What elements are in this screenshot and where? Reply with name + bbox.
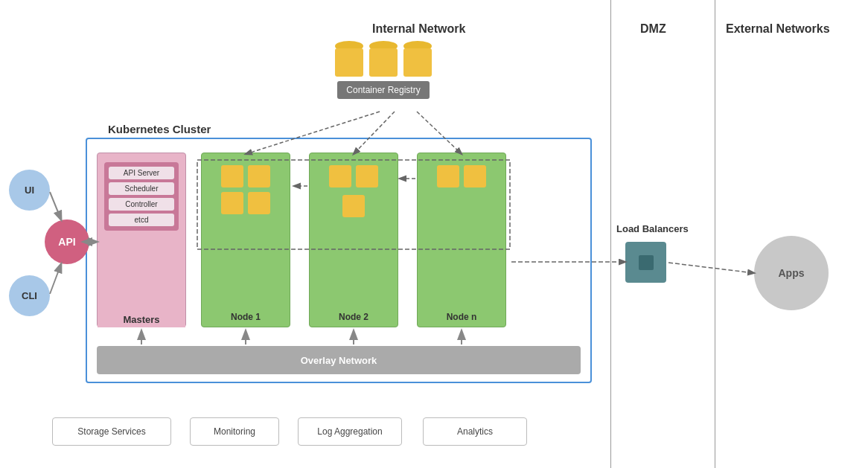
- ui-circle: UI: [9, 170, 50, 211]
- cli-circle: CLI: [9, 275, 50, 316]
- pod-2-3: [342, 195, 365, 217]
- masters-label: Masters: [98, 312, 185, 327]
- dmz-divider: [610, 0, 611, 468]
- cylinder-body-3: [403, 48, 432, 77]
- container-registry-box: Container Registry: [337, 81, 429, 99]
- node-1-label: Node 1: [202, 312, 290, 322]
- ui-to-api-arrow: [50, 192, 61, 219]
- apps-circle: Apps: [754, 236, 829, 310]
- internal-network-label: Internal Network: [372, 22, 465, 36]
- external-divider: [715, 0, 715, 468]
- node-n-pods: [434, 162, 489, 190]
- container-registry-area: Container Registry: [335, 41, 432, 99]
- cylinder-3: [403, 41, 432, 77]
- api-server-item: API Server: [109, 167, 174, 179]
- pod-2-2: [356, 165, 378, 187]
- scheduler-item: Scheduler: [109, 182, 174, 195]
- pod-n-1: [437, 165, 459, 187]
- node-n-label: Node n: [418, 312, 505, 322]
- monitoring-box: Monitoring: [190, 417, 279, 446]
- load-balancer-icon: [635, 251, 657, 274]
- log-aggregation-box: Log Aggregation: [298, 417, 402, 446]
- cli-to-api-arrow: [50, 264, 61, 294]
- masters-box: API Server Scheduler Controller etcd Mas…: [97, 153, 186, 327]
- load-balancer-box: [625, 242, 666, 283]
- analytics-box: Analytics: [423, 417, 527, 446]
- node-n-box: Node n: [417, 153, 506, 327]
- overlay-network-box: Overlay Network: [97, 346, 581, 374]
- cylinder-2: [369, 41, 398, 77]
- pod-2-1: [329, 165, 351, 187]
- node-2-pods: [326, 162, 381, 190]
- lb-to-apps-arrow: [668, 263, 754, 273]
- pod-1-2: [248, 165, 270, 187]
- masters-inner-box: API Server Scheduler Controller etcd: [104, 162, 179, 231]
- pod-1-4: [248, 192, 270, 214]
- cylinders-row: [335, 41, 432, 77]
- api-circle: API: [45, 219, 89, 264]
- node-1-pods: [218, 162, 273, 217]
- cylinder-body-1: [335, 48, 363, 77]
- load-balancer-label: Load Balancers: [616, 223, 689, 234]
- cylinder-body-2: [369, 48, 398, 77]
- storage-services-box: Storage Services: [52, 417, 171, 446]
- node-2-label: Node 2: [310, 312, 398, 322]
- diagram-container: Internal Network DMZ External Networks K…: [0, 0, 868, 468]
- pod-1-3: [221, 192, 243, 214]
- external-networks-label: External Networks: [726, 22, 830, 36]
- pod-n-2: [464, 165, 486, 187]
- controller-item: Controller: [109, 198, 174, 211]
- node-1-box: Node 1: [201, 153, 290, 327]
- cylinder-1: [335, 41, 363, 77]
- kubernetes-cluster-label: Kubernetes Cluster: [108, 123, 211, 135]
- pod-1-1: [221, 165, 243, 187]
- node-2-box: Node 2: [309, 153, 398, 327]
- etcd-item: etcd: [109, 214, 174, 226]
- dmz-label: DMZ: [640, 22, 666, 36]
- svg-rect-0: [639, 255, 654, 270]
